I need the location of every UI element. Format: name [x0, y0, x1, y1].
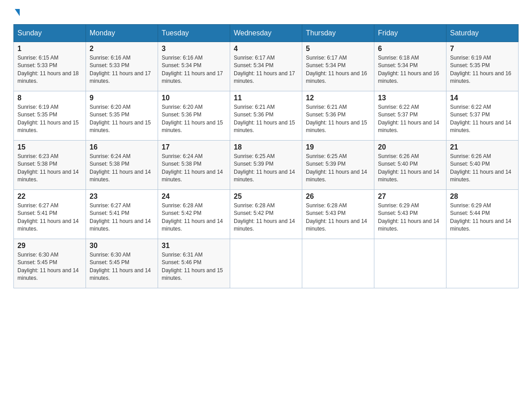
day-info: Sunrise: 6:23 AMSunset: 5:38 PMDaylight:…	[17, 153, 82, 184]
day-info: Sunrise: 6:20 AMSunset: 5:36 PMDaylight:…	[162, 103, 226, 135]
col-header-thursday: Thursday	[302, 25, 374, 42]
day-number: 14	[450, 94, 515, 102]
calendar-cell: 21Sunrise: 6:26 AMSunset: 5:40 PMDayligh…	[446, 141, 519, 190]
day-info: Sunrise: 6:17 AMSunset: 5:34 PMDaylight:…	[306, 54, 370, 86]
calendar-week-row: 8Sunrise: 6:19 AMSunset: 5:35 PMDaylight…	[14, 91, 519, 141]
calendar-cell	[230, 239, 302, 288]
calendar-cell: 8Sunrise: 6:19 AMSunset: 5:35 PMDaylight…	[14, 91, 86, 141]
calendar-cell	[446, 239, 519, 288]
calendar-cell: 22Sunrise: 6:27 AMSunset: 5:41 PMDayligh…	[14, 190, 86, 239]
day-info: Sunrise: 6:26 AMSunset: 5:40 PMDaylight:…	[450, 153, 515, 184]
day-info: Sunrise: 6:19 AMSunset: 5:35 PMDaylight:…	[17, 103, 82, 135]
day-number: 30	[90, 242, 154, 250]
day-info: Sunrise: 6:27 AMSunset: 5:41 PMDaylight:…	[17, 202, 82, 233]
day-info: Sunrise: 6:15 AMSunset: 5:33 PMDaylight:…	[17, 54, 82, 86]
day-number: 12	[306, 94, 370, 102]
calendar-cell: 1Sunrise: 6:15 AMSunset: 5:33 PMDaylight…	[14, 42, 86, 91]
calendar-cell: 23Sunrise: 6:27 AMSunset: 5:41 PMDayligh…	[86, 190, 158, 239]
day-info: Sunrise: 6:28 AMSunset: 5:42 PMDaylight:…	[162, 202, 226, 233]
calendar-cell: 10Sunrise: 6:20 AMSunset: 5:36 PMDayligh…	[158, 91, 230, 141]
day-info: Sunrise: 6:29 AMSunset: 5:44 PMDaylight:…	[450, 202, 515, 233]
calendar-cell: 15Sunrise: 6:23 AMSunset: 5:38 PMDayligh…	[14, 141, 86, 190]
day-number: 7	[450, 45, 515, 53]
calendar-header-row: SundayMondayTuesdayWednesdayThursdayFrid…	[14, 25, 519, 42]
day-info: Sunrise: 6:31 AMSunset: 5:46 PMDaylight:…	[162, 251, 226, 283]
day-number: 2	[90, 45, 154, 53]
day-number: 3	[162, 45, 226, 53]
day-info: Sunrise: 6:30 AMSunset: 5:45 PMDaylight:…	[17, 251, 82, 283]
day-info: Sunrise: 6:21 AMSunset: 5:36 PMDaylight:…	[306, 103, 370, 135]
calendar-cell: 29Sunrise: 6:30 AMSunset: 5:45 PMDayligh…	[14, 239, 86, 288]
calendar-table: SundayMondayTuesdayWednesdayThursdayFrid…	[13, 24, 519, 288]
day-info: Sunrise: 6:22 AMSunset: 5:37 PMDaylight:…	[378, 103, 442, 135]
calendar-cell: 13Sunrise: 6:22 AMSunset: 5:37 PMDayligh…	[374, 91, 446, 141]
calendar-cell: 31Sunrise: 6:31 AMSunset: 5:46 PMDayligh…	[158, 239, 230, 288]
day-number: 15	[17, 143, 82, 151]
calendar-cell: 6Sunrise: 6:18 AMSunset: 5:34 PMDaylight…	[374, 42, 446, 91]
day-number: 4	[234, 45, 298, 53]
calendar-cell: 26Sunrise: 6:28 AMSunset: 5:43 PMDayligh…	[302, 190, 374, 239]
calendar-cell: 18Sunrise: 6:25 AMSunset: 5:39 PMDayligh…	[230, 141, 302, 190]
day-info: Sunrise: 6:25 AMSunset: 5:39 PMDaylight:…	[306, 153, 370, 184]
day-info: Sunrise: 6:25 AMSunset: 5:39 PMDaylight:…	[234, 153, 298, 184]
day-number: 1	[17, 45, 82, 53]
logo	[13, 9, 20, 17]
col-header-friday: Friday	[374, 25, 446, 42]
logo-triangle-icon	[15, 9, 20, 16]
day-info: Sunrise: 6:16 AMSunset: 5:34 PMDaylight:…	[162, 54, 226, 86]
calendar-cell: 24Sunrise: 6:28 AMSunset: 5:42 PMDayligh…	[158, 190, 230, 239]
calendar-cell	[302, 239, 374, 288]
day-info: Sunrise: 6:24 AMSunset: 5:38 PMDaylight:…	[162, 153, 226, 184]
day-number: 16	[90, 143, 154, 151]
calendar-cell: 19Sunrise: 6:25 AMSunset: 5:39 PMDayligh…	[302, 141, 374, 190]
calendar-cell	[374, 239, 446, 288]
calendar-week-row: 29Sunrise: 6:30 AMSunset: 5:45 PMDayligh…	[14, 239, 519, 288]
day-number: 13	[378, 94, 442, 102]
day-number: 5	[306, 45, 370, 53]
calendar-cell: 14Sunrise: 6:22 AMSunset: 5:37 PMDayligh…	[446, 91, 519, 141]
day-info: Sunrise: 6:27 AMSunset: 5:41 PMDaylight:…	[90, 202, 154, 233]
day-number: 18	[234, 143, 298, 151]
calendar-cell: 17Sunrise: 6:24 AMSunset: 5:38 PMDayligh…	[158, 141, 230, 190]
col-header-monday: Monday	[86, 25, 158, 42]
day-info: Sunrise: 6:28 AMSunset: 5:43 PMDaylight:…	[306, 202, 370, 233]
day-number: 24	[162, 193, 226, 201]
day-number: 28	[450, 193, 515, 201]
day-number: 29	[17, 242, 82, 250]
calendar-cell: 4Sunrise: 6:17 AMSunset: 5:34 PMDaylight…	[230, 42, 302, 91]
day-number: 8	[17, 94, 82, 102]
day-number: 19	[306, 143, 370, 151]
calendar-cell: 27Sunrise: 6:29 AMSunset: 5:43 PMDayligh…	[374, 190, 446, 239]
calendar-cell: 28Sunrise: 6:29 AMSunset: 5:44 PMDayligh…	[446, 190, 519, 239]
day-number: 17	[162, 143, 226, 151]
day-info: Sunrise: 6:24 AMSunset: 5:38 PMDaylight:…	[90, 153, 154, 184]
day-number: 11	[234, 94, 298, 102]
day-info: Sunrise: 6:21 AMSunset: 5:36 PMDaylight:…	[234, 103, 298, 135]
calendar-cell: 3Sunrise: 6:16 AMSunset: 5:34 PMDaylight…	[158, 42, 230, 91]
calendar-week-row: 22Sunrise: 6:27 AMSunset: 5:41 PMDayligh…	[14, 190, 519, 239]
day-number: 31	[162, 242, 226, 250]
day-info: Sunrise: 6:16 AMSunset: 5:33 PMDaylight:…	[90, 54, 154, 86]
day-number: 27	[378, 193, 442, 201]
day-info: Sunrise: 6:29 AMSunset: 5:43 PMDaylight:…	[378, 202, 442, 233]
calendar-cell: 25Sunrise: 6:28 AMSunset: 5:42 PMDayligh…	[230, 190, 302, 239]
day-info: Sunrise: 6:17 AMSunset: 5:34 PMDaylight:…	[234, 54, 298, 86]
calendar-cell: 30Sunrise: 6:30 AMSunset: 5:45 PMDayligh…	[86, 239, 158, 288]
calendar-week-row: 1Sunrise: 6:15 AMSunset: 5:33 PMDaylight…	[14, 42, 519, 91]
calendar-cell: 9Sunrise: 6:20 AMSunset: 5:35 PMDaylight…	[86, 91, 158, 141]
day-number: 9	[90, 94, 154, 102]
day-number: 6	[378, 45, 442, 53]
day-number: 26	[306, 193, 370, 201]
day-number: 21	[450, 143, 515, 151]
day-info: Sunrise: 6:28 AMSunset: 5:42 PMDaylight:…	[234, 202, 298, 233]
day-number: 23	[90, 193, 154, 201]
col-header-tuesday: Tuesday	[158, 25, 230, 42]
col-header-saturday: Saturday	[446, 25, 519, 42]
calendar-cell: 20Sunrise: 6:26 AMSunset: 5:40 PMDayligh…	[374, 141, 446, 190]
day-info: Sunrise: 6:26 AMSunset: 5:40 PMDaylight:…	[378, 153, 442, 184]
day-info: Sunrise: 6:18 AMSunset: 5:34 PMDaylight:…	[378, 54, 442, 86]
day-number: 25	[234, 193, 298, 201]
logo-name	[13, 9, 20, 17]
day-number: 22	[17, 193, 82, 201]
day-info: Sunrise: 6:22 AMSunset: 5:37 PMDaylight:…	[450, 103, 515, 135]
